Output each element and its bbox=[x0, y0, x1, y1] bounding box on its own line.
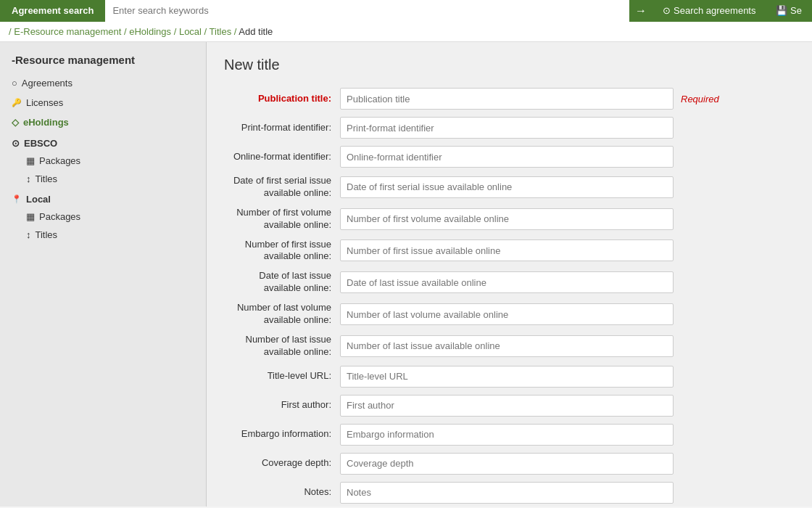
input-number-first-volume[interactable] bbox=[340, 208, 674, 230]
input-number-first-issue[interactable] bbox=[340, 239, 674, 261]
layout: -Resource management ○ Agreements 🔑 Lice… bbox=[0, 42, 812, 507]
search-agreements-button[interactable]: ⊙ Search agreements bbox=[652, 0, 766, 22]
form-container: Publication title: Required Print-format… bbox=[224, 88, 795, 504]
label-title-url: Title-level URL: bbox=[224, 370, 340, 382]
breadcrumb-titles[interactable]: Titles bbox=[210, 26, 234, 37]
form-row-number-first-issue: Number of first issue available online: bbox=[224, 239, 795, 263]
search-circle-icon: ⊙ bbox=[663, 5, 671, 16]
package-local-icon: ▦ bbox=[26, 211, 35, 222]
input-embargo[interactable] bbox=[340, 424, 674, 446]
form-row-date-last-issue: Date of last issue available online: bbox=[224, 270, 795, 295]
label-number-first-volume: Number of first volume available online: bbox=[224, 207, 340, 232]
breadcrumb-eresource[interactable]: E-Resource management bbox=[14, 26, 124, 37]
diamond-icon: ◇ bbox=[12, 117, 19, 128]
go-button[interactable]: → bbox=[629, 0, 652, 22]
main-content: New title Publication title: Required Pr… bbox=[207, 42, 812, 507]
label-number-first-issue: Number of first issue available online: bbox=[224, 239, 340, 263]
top-bar: Agreement search → ⊙ Search agreements 💾… bbox=[0, 0, 812, 22]
input-title-url[interactable] bbox=[340, 366, 674, 388]
titles-local-icon: ↕ bbox=[26, 229, 31, 240]
sidebar-item-agreements[interactable]: ○ Agreements bbox=[0, 73, 206, 93]
sidebar-item-ebsco-packages[interactable]: ▦ Packages bbox=[0, 152, 206, 170]
label-print-format: Print-format identifier: bbox=[224, 122, 340, 134]
input-publication-title[interactable] bbox=[340, 88, 674, 110]
breadcrumb-current: Add title bbox=[239, 26, 273, 37]
sidebar-section-local[interactable]: 📍 Local bbox=[0, 188, 206, 208]
form-row-online-format: Online-format identifier: bbox=[224, 146, 795, 168]
label-coverage-depth: Coverage depth: bbox=[224, 457, 340, 470]
sidebar-section-ebsco[interactable]: ⊙ EBSCO bbox=[0, 132, 206, 152]
page-title: New title bbox=[224, 57, 795, 73]
sidebar-item-eholdings[interactable]: ◇ eHoldings bbox=[0, 112, 206, 132]
breadcrumb-home[interactable]: / bbox=[9, 26, 12, 37]
input-print-format[interactable] bbox=[340, 117, 674, 139]
circle-icon: ○ bbox=[12, 78, 17, 89]
form-row-publication-title: Publication title: Required bbox=[224, 88, 795, 110]
sidebar-item-local-titles[interactable]: ↕ Titles bbox=[0, 226, 206, 244]
input-number-last-volume[interactable] bbox=[340, 303, 674, 325]
label-notes: Notes: bbox=[224, 486, 340, 499]
input-notes[interactable] bbox=[340, 482, 674, 504]
form-row-coverage-depth: Coverage depth: bbox=[224, 453, 795, 475]
save-icon: 💾 bbox=[776, 5, 787, 16]
label-online-format: Online-format identifier: bbox=[224, 151, 340, 163]
form-row-number-first-volume: Number of first volume available online: bbox=[224, 207, 795, 232]
breadcrumb-eholdings[interactable]: eHoldings bbox=[129, 26, 173, 37]
form-row-title-url: Title-level URL: bbox=[224, 366, 795, 388]
form-row-notes: Notes: bbox=[224, 482, 795, 504]
label-embargo: Embargo information: bbox=[224, 428, 340, 441]
sidebar-item-licenses[interactable]: 🔑 Licenses bbox=[0, 93, 206, 112]
form-row-first-author: First author: bbox=[224, 395, 795, 417]
sidebar: -Resource management ○ Agreements 🔑 Lice… bbox=[0, 42, 207, 507]
required-text: Required bbox=[681, 94, 719, 105]
form-row-number-last-issue: Number of last issue available online: bbox=[224, 334, 795, 359]
label-first-author: First author: bbox=[224, 399, 340, 411]
input-date-last-issue[interactable] bbox=[340, 271, 674, 293]
arrow-right-icon: → bbox=[635, 4, 647, 17]
agreement-search-button[interactable]: Agreement search bbox=[0, 0, 105, 22]
se-button[interactable]: 💾 Se bbox=[766, 0, 812, 22]
input-date-first-serial[interactable] bbox=[340, 176, 674, 198]
form-row-print-format: Print-format identifier: bbox=[224, 117, 795, 139]
search-input[interactable] bbox=[105, 0, 629, 22]
package-icon: ▦ bbox=[26, 155, 35, 166]
key-icon: 🔑 bbox=[12, 98, 22, 107]
input-first-author[interactable] bbox=[340, 395, 674, 417]
input-coverage-depth[interactable] bbox=[340, 453, 674, 475]
breadcrumb-local[interactable]: Local bbox=[179, 26, 204, 37]
form-row-embargo: Embargo information: bbox=[224, 424, 795, 446]
form-row-number-last-volume: Number of last volume available online: bbox=[224, 302, 795, 327]
titles-icon: ↕ bbox=[26, 173, 31, 184]
input-number-last-issue[interactable] bbox=[340, 335, 674, 357]
label-number-last-volume: Number of last volume available online: bbox=[224, 302, 340, 327]
sidebar-item-local-packages[interactable]: ▦ Packages bbox=[0, 208, 206, 226]
label-date-first-serial: Date of first serial issue available onl… bbox=[224, 175, 340, 200]
breadcrumb: / E-Resource management / eHoldings / Lo… bbox=[0, 22, 812, 42]
input-online-format[interactable] bbox=[340, 146, 674, 168]
label-number-last-issue: Number of last issue available online: bbox=[224, 334, 340, 359]
sidebar-title: -Resource management bbox=[0, 51, 206, 73]
label-date-last-issue: Date of last issue available online: bbox=[224, 270, 340, 295]
form-row-date-first-serial: Date of first serial issue available onl… bbox=[224, 175, 795, 200]
globe-icon: ⊙ bbox=[12, 138, 20, 149]
pin-icon: 📍 bbox=[12, 194, 22, 204]
sidebar-item-ebsco-titles[interactable]: ↕ Titles bbox=[0, 170, 206, 188]
label-publication-title: Publication title: bbox=[224, 93, 340, 105]
